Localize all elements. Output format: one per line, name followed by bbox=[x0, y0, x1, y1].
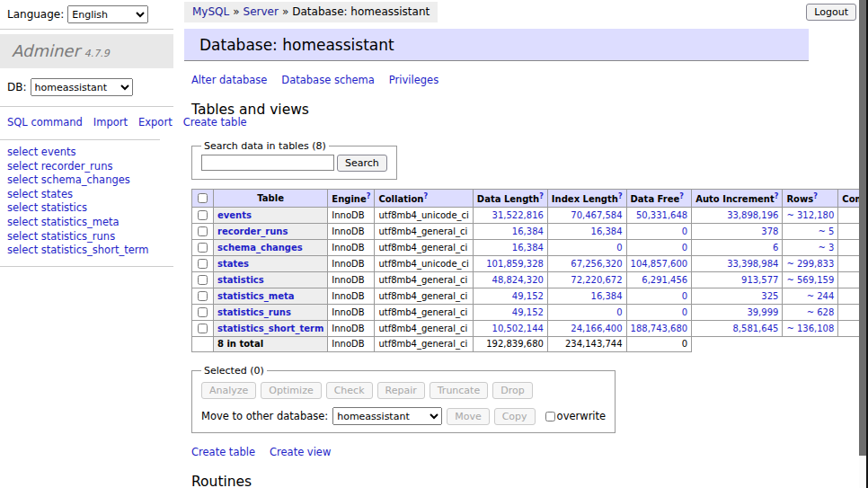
sidebar-table-links: select eventsselect recorder_runsselect … bbox=[0, 140, 173, 267]
table-name-cell: statistics_short_term bbox=[214, 321, 328, 337]
row-checkbox[interactable] bbox=[198, 307, 208, 317]
cell-data-free-link[interactable]: 0 bbox=[682, 307, 687, 317]
cell-index-length-link[interactable]: 24,166,400 bbox=[571, 324, 622, 333]
totals-data-free: 0 bbox=[626, 337, 692, 352]
cell-auto-increment-link[interactable]: 33,398,984 bbox=[727, 259, 778, 269]
cell-data-length-link[interactable]: 16,384 bbox=[512, 226, 544, 236]
column-help-link[interactable]: ? bbox=[423, 192, 428, 200]
cell-data-length-link[interactable]: 49,152 bbox=[512, 291, 544, 301]
column-help-link[interactable]: ? bbox=[775, 192, 779, 200]
row-checkbox[interactable] bbox=[198, 275, 208, 285]
sidebar-link-sql-command[interactable]: SQL command bbox=[7, 116, 83, 129]
sidebar-link-select-statistics-runs[interactable]: select statistics_runs bbox=[7, 230, 166, 244]
cell-rows-link[interactable]: ~ 569,159 bbox=[786, 275, 834, 285]
column-header-rows: Rows? bbox=[783, 190, 838, 208]
cell-auto-increment-link[interactable]: 913,577 bbox=[741, 275, 778, 285]
sidebar-link-export[interactable]: Export bbox=[138, 116, 173, 129]
sidebar-link-select-events[interactable]: select events bbox=[7, 146, 166, 160]
row-checkbox[interactable] bbox=[198, 259, 208, 269]
cell-data-free-link[interactable]: 104,857,600 bbox=[631, 259, 688, 269]
sidebar-link-select-recorder-runs[interactable]: select recorder_runs bbox=[7, 160, 166, 174]
row-checkbox[interactable] bbox=[198, 324, 208, 333]
breadcrumb-link-mysql[interactable]: MySQL bbox=[192, 5, 229, 18]
link-create-table[interactable]: Create table bbox=[191, 446, 255, 458]
move-row: Move to other database:homeassistantMove… bbox=[201, 407, 606, 425]
column-help-link[interactable]: ? bbox=[679, 192, 684, 200]
cell-rows-link[interactable]: ~ 3 bbox=[818, 243, 834, 253]
cell-data-free-link[interactable]: 0 bbox=[682, 291, 687, 301]
row-checkbox[interactable] bbox=[198, 291, 208, 301]
scrollbar-track[interactable] bbox=[859, 0, 866, 488]
table-name-link-statistics-short-term[interactable]: statistics_short_term bbox=[217, 324, 323, 333]
language-select[interactable]: English bbox=[67, 5, 148, 23]
cell-rows-link[interactable]: ~ 5 bbox=[818, 226, 834, 236]
cell-data-free-link[interactable]: 0 bbox=[682, 226, 687, 236]
cell-data-free-link[interactable]: 6,291,456 bbox=[642, 275, 687, 285]
breadcrumb-link-server[interactable]: Server bbox=[244, 5, 279, 18]
search-input[interactable] bbox=[201, 155, 334, 171]
table-name-link-statistics-meta[interactable]: statistics_meta bbox=[217, 291, 294, 301]
table-name-link-events[interactable]: events bbox=[217, 210, 252, 220]
cell-data-length-link[interactable]: 49,152 bbox=[512, 307, 544, 317]
row-checkbox[interactable] bbox=[198, 226, 208, 236]
select-all-checkbox[interactable] bbox=[198, 193, 208, 203]
cell-data-length-link[interactable]: 16,384 bbox=[512, 243, 544, 253]
table-name-link-statistics-runs[interactable]: statistics_runs bbox=[217, 307, 291, 317]
cell-rows-link[interactable]: ~ 244 bbox=[807, 291, 835, 301]
cell-auto-increment-link[interactable]: 33,898,196 bbox=[727, 210, 778, 220]
row-checkbox[interactable] bbox=[198, 243, 208, 253]
overwrite-checkbox[interactable] bbox=[545, 412, 555, 421]
cell-rows-link[interactable]: ~ 136,108 bbox=[786, 324, 834, 333]
search-button[interactable]: Search bbox=[337, 155, 387, 172]
cell-auto-increment-link[interactable]: 39,999 bbox=[747, 307, 778, 317]
cell-auto-increment-link[interactable]: 378 bbox=[761, 226, 778, 236]
link-privileges[interactable]: Privileges bbox=[389, 74, 438, 86]
cell-index-length-link[interactable]: 16,384 bbox=[591, 291, 623, 301]
cell-rows-link[interactable]: ~ 312,180 bbox=[786, 210, 834, 220]
logout-button[interactable]: Logout bbox=[806, 4, 856, 21]
link-create-view[interactable]: Create view bbox=[270, 446, 331, 458]
column-help-link[interactable]: ? bbox=[813, 192, 818, 200]
table-name-link-recorder-runs[interactable]: recorder_runs bbox=[217, 226, 288, 236]
cell-index-length: 67,256,320 bbox=[547, 256, 626, 272]
cell-index-length-link[interactable]: 72,220,672 bbox=[571, 275, 622, 285]
scrollbar-thumb[interactable] bbox=[859, 0, 866, 456]
row-checkbox[interactable] bbox=[198, 210, 208, 220]
column-help-link[interactable]: ? bbox=[618, 192, 623, 200]
table-name-link-schema-changes[interactable]: schema_changes bbox=[217, 243, 303, 253]
cell-auto-increment-link[interactable]: 325 bbox=[761, 291, 778, 301]
cell-data-free-link[interactable]: 0 bbox=[682, 243, 687, 253]
db-select[interactable]: homeassistant bbox=[31, 78, 133, 96]
cell-data-length-link[interactable]: 31,522,816 bbox=[492, 210, 544, 220]
cell-rows-link[interactable]: ~ 299,833 bbox=[786, 259, 834, 269]
cell-rows-link[interactable]: ~ 628 bbox=[807, 307, 835, 317]
cell-data-length-link[interactable]: 10,502,144 bbox=[492, 324, 544, 333]
sidebar-link-select-statistics-short-term[interactable]: select statistics_short_term bbox=[7, 244, 166, 258]
cell-index-length-link[interactable]: 16,384 bbox=[591, 226, 623, 236]
link-database-schema[interactable]: Database schema bbox=[281, 74, 374, 86]
cell-data-length-link[interactable]: 48,824,320 bbox=[492, 275, 544, 285]
totals-data-length: 192,839,680 bbox=[473, 337, 547, 352]
sidebar-link-import[interactable]: Import bbox=[93, 116, 128, 129]
sidebar-link-select-statistics-meta[interactable]: select statistics_meta bbox=[7, 216, 166, 230]
sidebar-link-select-statistics[interactable]: select statistics bbox=[7, 201, 166, 216]
cell-auto-increment-link[interactable]: 8,581,645 bbox=[732, 324, 778, 333]
cell-auto-increment-link[interactable]: 6 bbox=[773, 243, 778, 253]
sidebar-link-select-schema-changes[interactable]: select schema_changes bbox=[7, 173, 166, 188]
cell-index-length-link[interactable]: 0 bbox=[616, 243, 622, 253]
cell-data-free-link[interactable]: 188,743,680 bbox=[631, 324, 688, 333]
cell-data-free-link[interactable]: 50,331,648 bbox=[636, 210, 687, 220]
link-alter-database[interactable]: Alter database bbox=[191, 74, 267, 86]
column-help-link[interactable]: ? bbox=[367, 192, 371, 200]
column-help-link[interactable]: ? bbox=[539, 192, 544, 200]
sidebar-link-select-states[interactable]: select states bbox=[7, 188, 166, 202]
cell-index-length-link[interactable]: 70,467,584 bbox=[571, 210, 622, 220]
move-db-select[interactable]: homeassistant bbox=[332, 407, 442, 425]
cell-data-length-link[interactable]: 101,859,328 bbox=[486, 259, 544, 269]
cell-data-free: 50,331,648 bbox=[626, 208, 692, 224]
table-name-link-states[interactable]: states bbox=[217, 259, 249, 269]
table-name-link-statistics[interactable]: statistics bbox=[217, 275, 264, 285]
cell-data-length: 16,384 bbox=[473, 240, 547, 256]
cell-index-length-link[interactable]: 0 bbox=[616, 307, 622, 317]
cell-index-length-link[interactable]: 67,256,320 bbox=[571, 259, 622, 269]
